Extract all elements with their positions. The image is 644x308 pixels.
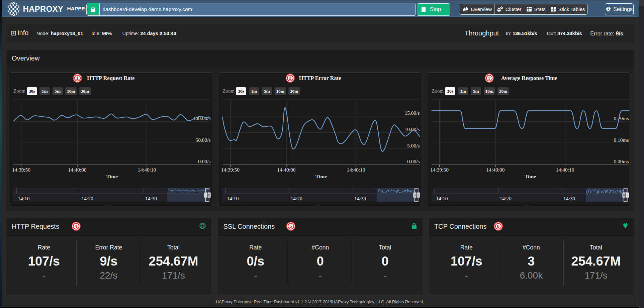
svg-text:14:40:10: 14:40:10 [347,167,365,172]
svg-text:14:10: 14:10 [436,196,448,201]
svg-text:14:10: 14:10 [18,196,30,201]
svg-text:15.00/s: 15.00/s [405,110,420,116]
svg-text:14:20: 14:20 [291,196,303,201]
svg-text:14:39:50: 14:39:50 [12,167,30,172]
svg-text:14:40:00: 14:40:00 [277,167,296,172]
svg-text:14:40:00: 14:40:00 [68,167,86,172]
svg-text:14:39:50: 14:39:50 [221,167,240,172]
svg-text:Time: Time [106,204,118,206]
svg-text:14:40:00: 14:40:00 [486,167,505,172]
svg-text:14:10: 14:10 [227,196,239,201]
svg-text:0.20ms: 0.20ms [614,115,629,121]
svg-text:Time: Time [525,173,536,179]
svg-text:14:40:10: 14:40:10 [137,167,156,172]
svg-text:10.00/s: 10.00/s [405,126,420,132]
svg-text:14:40:10: 14:40:10 [556,167,574,172]
svg-text:14:30: 14:30 [354,196,366,201]
svg-text:14:30: 14:30 [563,196,575,201]
svg-text:5.00/s: 5.00/s [407,143,420,148]
svg-text:14:20: 14:20 [500,196,512,201]
svg-text:50.00/s: 50.00/s [195,137,210,142]
svg-text:14:20: 14:20 [81,196,93,201]
svg-text:Time: Time [525,204,536,206]
svg-text:Time: Time [106,173,118,179]
svg-text:0.00/s: 0.00/s [407,159,420,164]
svg-text:0.10ms: 0.10ms [614,137,629,142]
svg-text:Time: Time [315,204,327,206]
svg-text:0.00/s: 0.00/s [198,159,210,164]
svg-text:0.00ms: 0.00ms [614,159,629,164]
svg-text:14:39:50: 14:39:50 [430,167,449,172]
svg-text:Time: Time [315,173,327,179]
svg-text:14:30: 14:30 [145,196,157,201]
